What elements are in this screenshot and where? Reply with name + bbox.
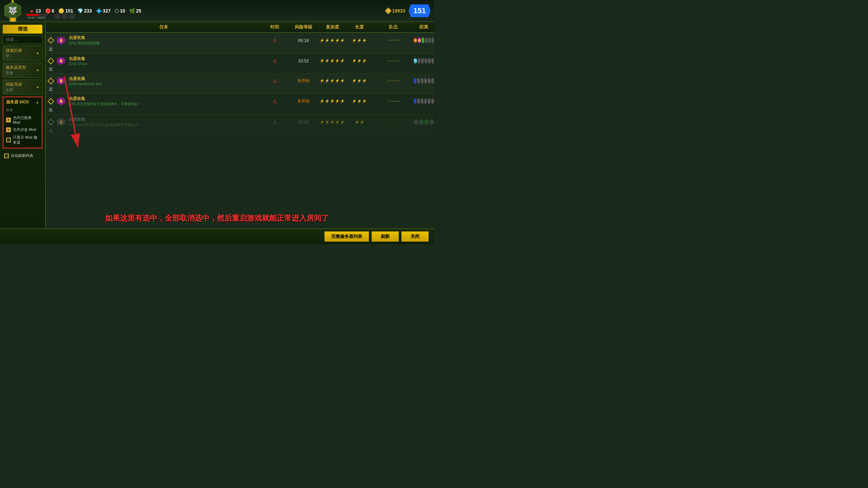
- close-button[interactable]: 关闭: [401, 231, 429, 242]
- time-cell: 未开始: [288, 78, 319, 84]
- top-bar: ★ 🐺 👑 🔺 13 🔴 6 🪙 151 💎 233 💠 327: [0, 0, 434, 22]
- chevron-down-icon: ▼: [36, 85, 39, 89]
- team-cell: 😊 😊 ✓: [414, 37, 434, 43]
- length-cell: 〰〰〰: [373, 79, 414, 83]
- warning-icon: ⚠: [273, 38, 277, 43]
- team-cell: [414, 119, 434, 125]
- bottom-bar: 完整服务器列表 刷新 关闭: [0, 228, 434, 244]
- refresh-button[interactable]: 刷新: [372, 231, 399, 242]
- mission-info: 虫蛋收集 [CN] 房主想要挖矿开货箱做事件，不要催他走！: [66, 95, 261, 107]
- blue-badge: 151: [409, 4, 431, 17]
- avatar[interactable]: 🐺: [3, 1, 22, 20]
- full-server-list-button[interactable]: 完整服务器列表: [324, 231, 369, 242]
- warning-icon: ⚠: [273, 99, 277, 104]
- table-row[interactable]: 🥚 虫蛋收集 [CN] handsome boy ⚠ 未开始 ⚡⚡⚡⚡⚡: [46, 74, 434, 94]
- checkbox-only[interactable]: [6, 138, 11, 142]
- team-cell: [414, 78, 434, 84]
- risk-cell: ⚡⚡⚡⚡⚡: [319, 38, 346, 43]
- sidebar: 筛选 搜索距离 中 ▼ 服务器类型 开放 ▼ 风险等级 全部 ▼: [0, 22, 46, 228]
- chevron-down-icon: ▼: [36, 52, 39, 55]
- length-cell: 〰〰〰: [373, 38, 414, 42]
- mod-section-title: 服务器 MOD ▲: [5, 99, 40, 106]
- time-cell: 未开始: [288, 98, 319, 104]
- warning-icon: ⚠: [273, 58, 277, 64]
- main-content: 筛选 搜索距离 中 ▼ 服务器类型 开放 ▼ 风险等级 全部 ▼: [0, 22, 434, 228]
- complexity-cell: ⚡⚡: [346, 120, 373, 124]
- time-cell: 06:16: [288, 38, 319, 43]
- mission-info: 虫蛋收集 [CN] Onion: [66, 55, 261, 66]
- risk-cell: ⚡⚡⚡⚡⚡: [319, 79, 346, 83]
- table-row[interactable]: 🥚 虫蛋收集 [CN] 房主想要挖矿开货箱做事件，不要催他走！ ⚠ 未开始 ⚡⚡…: [46, 94, 434, 115]
- mission-type-icon: 🥚: [56, 118, 66, 126]
- table-row[interactable]: 🥚 虫蛋收集 [CN] 我抽别的咳嗽 ⚠ 06:16 ⚡⚡⚡⚡⚡: [46, 33, 434, 54]
- filter-server-type[interactable]: 服务器类型 开放 ▼: [3, 63, 42, 78]
- complexity-cell: ⚡⚡⚡: [346, 99, 373, 103]
- row-diamond-icon: [46, 79, 56, 83]
- filter-distance[interactable]: 搜索距离 中 ▼: [3, 46, 42, 61]
- warning-cell: ⚠: [261, 38, 288, 43]
- mission-type-icon: 🥚: [56, 97, 66, 105]
- mission-type-icon: 🥚: [56, 36, 66, 44]
- rank-badge: 👑: [9, 18, 16, 22]
- risk-cell: ⚡⚡⚡⚡⚡: [319, 120, 346, 124]
- length-cell: 〰〰〰: [373, 120, 414, 124]
- mission-type-icon: 🥚: [56, 57, 66, 65]
- warning-icon: ⚠: [273, 119, 277, 125]
- length-cell: 〰〰〰: [373, 99, 414, 103]
- table-row[interactable]: 🥚 虫蛋收集 [CN] Onion ⚠ 10:52 ⚡⚡⚡⚡⚡: [46, 54, 434, 74]
- warning-cell: ⚠: [261, 119, 288, 125]
- row-diamond-icon: [46, 120, 56, 124]
- time-cell: 10:52: [288, 58, 319, 63]
- distance-cell: 近: [46, 86, 56, 92]
- annotation-text: 如果这里有选中，全部取消选中，然后重启游戏就能正常进入房间了: [7, 212, 427, 224]
- risk-cell: ⚡⚡⚡⚡⚡: [319, 99, 346, 103]
- checkbox-sandbox[interactable]: [6, 127, 11, 132]
- mod-checkbox-only[interactable]: 只显示 Mod 服务器: [5, 134, 40, 146]
- mission-info: 虫蛋收集 [CN] handsome boy: [66, 75, 261, 86]
- warning-icon: ⚠: [273, 78, 277, 84]
- resource-green: 💎 233: [77, 8, 92, 14]
- server-list: 任务 时间 风险等级 复杂度 长度 队伍 距离 🥚 虫蛋收集 [CN] 我抽别的…: [46, 22, 434, 228]
- checkbox-auto-refresh[interactable]: [4, 154, 9, 158]
- checkbox-approved[interactable]: [6, 118, 11, 122]
- mod-checkbox-sandbox[interactable]: 允许沙盒 Mod: [5, 126, 40, 134]
- hex-shapes: [54, 13, 75, 19]
- resource-level: 🔺 13: [29, 8, 41, 14]
- auto-refresh[interactable]: 自动刷新列表: [3, 152, 42, 160]
- row-diamond-icon: [46, 99, 56, 104]
- mission-info: 虫蛋收集 [CN] mod房100%出头盔货箱事件不喜勿入: [66, 116, 261, 128]
- avatar-area: ★ 🐺 👑: [3, 1, 25, 20]
- mission-type-icon: 🥚: [56, 77, 66, 85]
- warning-cell: ⚠: [261, 78, 288, 84]
- distance-cell: 近: [46, 46, 56, 52]
- search-input[interactable]: [3, 36, 42, 44]
- row-diamond-icon: [46, 59, 56, 63]
- table-header: 任务 时间 风险等级 复杂度 长度 队伍 距离: [46, 22, 434, 33]
- resource-brown: 🌿 25: [129, 8, 141, 14]
- distance-cell: 近: [46, 128, 56, 134]
- complexity-cell: ⚡⚡⚡: [346, 79, 373, 83]
- mod-section: 服务器 MOD ▲ 所有 允许已批准 Mod 允许沙盒 Mod 只显示 Mod …: [3, 97, 42, 148]
- distance-cell: 近: [46, 66, 56, 72]
- resource-gold: 🪙 151: [58, 8, 73, 14]
- resource-blue: 💠 327: [96, 8, 111, 14]
- chevron-down-icon: ▼: [36, 68, 39, 72]
- length-cell: 〰〰〰: [373, 59, 414, 63]
- mission-info: 虫蛋收集 [CN] 我抽别的咳嗽: [66, 34, 261, 46]
- resource-red: 🔴 6: [45, 8, 55, 14]
- mod-checkbox-approved[interactable]: 允许已批准 Mod: [5, 114, 40, 126]
- distance-cell: 近: [46, 107, 56, 113]
- resource-bar: 🔺 13 🔴 6 🪙 151 💎 233 💠 327 ⬡ 10 🌿 25: [29, 8, 386, 14]
- filter-risk[interactable]: 风险等级 全部 ▼: [3, 80, 42, 95]
- sidebar-title: 筛选: [3, 25, 42, 34]
- team-cell: 📡: [414, 58, 434, 64]
- complexity-cell: ⚡⚡⚡: [346, 38, 373, 43]
- table-row[interactable]: 🥚 虫蛋收集 [CN] mod房100%出头盔货箱事件不喜勿入 ⚠ 05:50 …: [46, 115, 434, 136]
- warning-cell: ⚠: [261, 58, 288, 64]
- resource-white: ⬡ 10: [115, 8, 125, 14]
- row-diamond-icon: [46, 38, 56, 43]
- risk-cell: ⚡⚡⚡⚡⚡: [319, 59, 346, 63]
- health-text: 9140 / 15000: [26, 16, 48, 19]
- warning-cell: ⚠: [261, 99, 288, 104]
- chevron-up-icon: ▲: [36, 100, 39, 104]
